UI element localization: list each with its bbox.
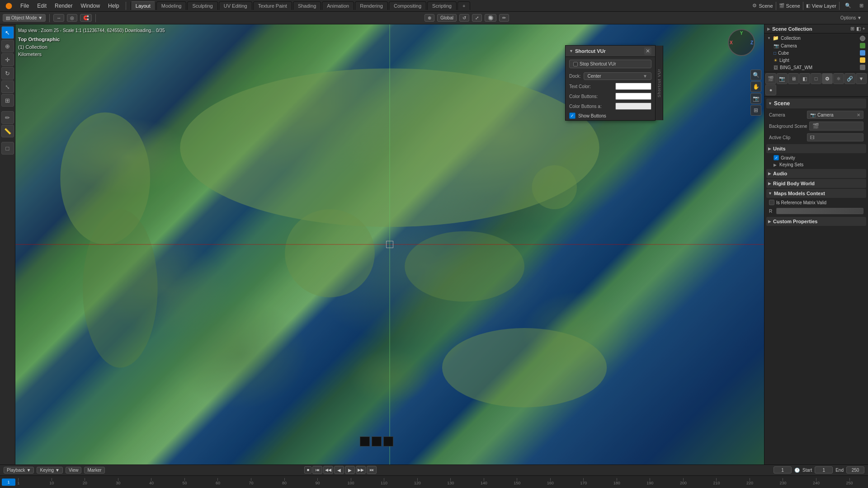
gravity-item[interactable]: ✓ Gravity (766, 154, 866, 161)
props-tab-physics[interactable]: ⚛ (833, 73, 844, 84)
view-menu-btn[interactable]: View (66, 467, 82, 474)
text-color-swatch[interactable] (615, 83, 651, 90)
props-tab-data[interactable]: ▼ (856, 73, 867, 84)
show-buttons-checkbox[interactable]: ✓ (569, 113, 576, 119)
tool-scale[interactable]: ⤡ (1, 80, 14, 93)
tool-select[interactable]: ↖ (1, 26, 14, 39)
options-label[interactable]: Options ▼ (837, 15, 865, 20)
stop-btn[interactable]: ■ (304, 466, 311, 474)
dock-dropdown[interactable]: Center ▼ (584, 72, 651, 80)
maps-models-section-header[interactable]: ▼ Maps Models Context (766, 189, 866, 198)
keying-menu-btn[interactable]: Keying ▼ (37, 467, 62, 474)
tool-measure[interactable]: 📏 (1, 125, 14, 137)
current-frame-input[interactable]: 1 (774, 466, 792, 474)
props-tab-material[interactable]: ● (765, 84, 776, 95)
global-transform-btn[interactable]: ↔ (53, 14, 64, 22)
snap-btn[interactable]: 🧲 (80, 14, 92, 22)
menu-file[interactable]: File (17, 2, 33, 10)
active-clip-field[interactable]: 🎞 (807, 133, 863, 141)
tab-shading[interactable]: Shading (293, 1, 321, 10)
tab-texture-paint[interactable]: Texture Paint (253, 1, 292, 10)
collection-item-collection[interactable]: ▼ 📁 Collection (764, 34, 868, 42)
r-progress-bar[interactable] (776, 208, 863, 214)
scene-section-header[interactable]: ▼ Scene (766, 99, 866, 108)
tab-sculpting[interactable]: Sculpting (187, 1, 217, 10)
tab-layout[interactable]: Layout (131, 1, 156, 10)
tab-compositing[interactable]: Compositing (389, 1, 426, 10)
scene-coll-filter-icon[interactable]: ⊞ (850, 26, 854, 32)
end-frame-input[interactable]: 250 (846, 466, 864, 474)
menu-edit[interactable]: Edit (33, 2, 50, 10)
play-reverse-btn[interactable]: ◀ (334, 466, 344, 474)
props-tab-active[interactable]: ⚙ (822, 73, 833, 84)
menu-render[interactable]: Render (51, 2, 76, 10)
tool-move[interactable]: ✛ (1, 53, 14, 66)
scene-coll-add-icon[interactable]: + (863, 26, 865, 32)
tab-add-workspace[interactable]: + (458, 1, 470, 10)
engine-selector[interactable]: ⚙ Scene (752, 3, 773, 9)
menu-window[interactable]: Window (77, 2, 104, 10)
viewport-pan-btn[interactable]: ✋ (750, 81, 761, 92)
coll-eye-icon[interactable] (860, 36, 865, 41)
playback-menu-btn[interactable]: Playback ▼ (4, 467, 34, 474)
props-tab-object[interactable]: □ (811, 73, 821, 84)
stop-shortcut-btn[interactable]: Stop Shortcut VUr (569, 60, 651, 68)
pivot-btn[interactable]: ⊕ (425, 14, 434, 22)
tool-transform[interactable]: ⊞ (1, 94, 14, 107)
keying-sets-item[interactable]: ▶ Keying Sets (766, 161, 866, 168)
camera-value-field[interactable]: 📷 Camera ✕ (807, 111, 863, 119)
play-btn[interactable]: ▶ (345, 466, 355, 474)
tab-rendering[interactable]: Rendering (355, 1, 388, 10)
viewport-camera-btn[interactable]: 📷 (750, 93, 761, 104)
collection-item-light[interactable]: ☀ Light (764, 56, 868, 64)
tool-annotate[interactable]: ✏ (1, 111, 14, 124)
proportional-edit-btn[interactable]: ◎ (67, 14, 77, 22)
view-layer-selector[interactable]: ◧ View Layer (806, 3, 836, 9)
start-frame-input[interactable]: 1 (815, 466, 833, 474)
step-forward-btn[interactable]: ▶▶ (356, 466, 366, 474)
props-tab-output[interactable]: 🖥 (788, 73, 799, 84)
tool-rotate[interactable]: ↻ (1, 67, 14, 80)
props-tab-scene[interactable]: 🎬 (765, 73, 776, 84)
gravity-checkbox[interactable]: ✓ (774, 155, 779, 160)
transform-orient[interactable]: ↺ (459, 14, 469, 22)
color-buttons-swatch[interactable] (615, 93, 651, 100)
custom-props-section-header[interactable]: ▶ Custom Properties (766, 217, 866, 226)
viewport-grid-btn[interactable]: ⊞ (750, 105, 761, 116)
snap-to[interactable]: ⤢ (472, 14, 482, 22)
shortcut-close-x[interactable]: ✕ (644, 47, 651, 55)
annotate-btn[interactable]: ✏ (499, 14, 509, 22)
proportional-falloff[interactable]: 🔘 (485, 14, 496, 22)
audio-section-header[interactable]: ▶ Audio (766, 169, 866, 178)
props-tab-constraints[interactable]: 🔗 (844, 73, 855, 84)
rigid-body-section-header[interactable]: ▶ Rigid Body World (766, 179, 866, 188)
collection-item-camera[interactable]: 📷 Camera (764, 42, 868, 49)
search-button[interactable]: 🔍 (842, 2, 854, 9)
object-mode-btn[interactable]: ▤ Object Mode ▼ (3, 14, 46, 22)
collection-item-bing[interactable]: 🖼 BING_SAT_WM (764, 64, 868, 71)
tool-cursor[interactable]: ⊕ (1, 40, 14, 52)
units-section-header[interactable]: ▶ Units (766, 144, 866, 153)
collection-item-cube[interactable]: □ Cube (764, 49, 868, 56)
skip-to-start-btn[interactable]: ⏮ (312, 466, 322, 474)
props-tab-view-layer[interactable]: ◧ (799, 73, 810, 84)
viewport-zoom-btn[interactable]: 🔍 (750, 70, 761, 80)
bg-scene-field[interactable]: 🎬 (809, 122, 863, 131)
tab-animation[interactable]: Animation (322, 1, 354, 10)
timeline-ruler[interactable]: 1 11020304050607080901001101201301401501… (0, 476, 868, 488)
viewport-gizmo[interactable]: Y X Z (723, 29, 760, 65)
tool-add-cube[interactable]: □ (1, 142, 14, 155)
camera-value-x[interactable]: ✕ (857, 113, 860, 117)
global-select[interactable]: Global (437, 14, 457, 22)
scene-coll-view-icon[interactable]: ◧ (856, 26, 861, 32)
filter-button[interactable]: ⊞ (857, 2, 866, 9)
props-tab-render[interactable]: 📷 (777, 73, 788, 84)
marker-menu-btn[interactable]: Marker (84, 467, 104, 474)
color-buttons-a-swatch[interactable] (615, 103, 651, 110)
tab-uv-editing[interactable]: UV Editing (219, 1, 252, 10)
skip-to-end-btn[interactable]: ⏭ (367, 466, 377, 474)
tab-scripting[interactable]: Scripting (427, 1, 457, 10)
tab-modeling[interactable]: Modeling (156, 1, 187, 10)
blender-logo[interactable]: ⬤ (2, 1, 16, 10)
step-back-btn[interactable]: ◀◀ (323, 466, 333, 474)
